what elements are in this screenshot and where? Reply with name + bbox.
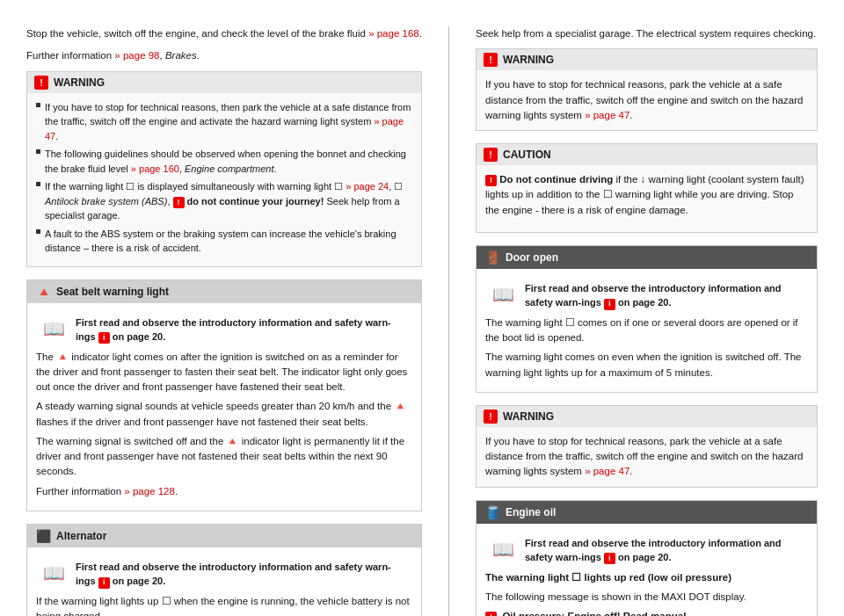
warning-body-1: If you have to stop for technical reason… (27, 93, 421, 266)
left-further-info: Further information » page 98, Brakes. (26, 48, 422, 63)
door-open-icon: 🚪 (485, 250, 500, 265)
alternator-read-info: 📖 First read and observe the introductor… (36, 554, 412, 594)
further-info-link[interactable]: » page 98 (114, 50, 159, 61)
seat-belt-para2: A steady warning signal sounds at vehicl… (36, 399, 412, 430)
bullet-icon (36, 229, 40, 234)
right-warning-icon-2: ! (484, 409, 498, 424)
column-divider (448, 26, 449, 616)
alternator-body: 📖 First read and observe the introductor… (27, 547, 421, 616)
door-open-header: 🚪 Door open (477, 246, 817, 269)
seat-belt-further: Further information » page 128. (36, 484, 412, 499)
caution-box-1: ! CAUTION ! Do not continue driving if t… (476, 143, 818, 233)
alternator-section: ⬛ Alternator 📖 First read and observe th… (26, 524, 422, 616)
warning-box-1: ! WARNING If you have to stop for techni… (26, 71, 422, 267)
caution-body-1: ! Do not continue driving if the ↓ warni… (477, 165, 817, 232)
book-icon-1: 📖 (43, 315, 65, 343)
right-warning-icon-1: ! (484, 53, 498, 67)
door-open-para1: The warning light ☐ comes on if one or s… (485, 315, 808, 346)
right-warning-header-1: ! WARNING (477, 49, 817, 70)
book-icon-4: 📖 (492, 536, 514, 563)
warning-icon-1: ! (34, 76, 48, 90)
engine-oil-body: 📖 First read and observe the introductor… (477, 524, 817, 617)
right-warning-header-2: ! WARNING (477, 406, 817, 427)
brake-fluid-link[interactable]: » page 168 (368, 28, 419, 39)
seat-belt-section: 🔺 Seat belt warning light 📖 First read a… (26, 279, 422, 511)
alternator-label: Alternator (56, 530, 106, 542)
door-open-read-info: 📖 First read and observe the introductor… (485, 276, 808, 315)
seat-belt-label: Seat belt warning light (56, 286, 169, 298)
door-open-section: 🚪 Door open 📖 First read and observe the… (476, 245, 818, 393)
warning-label-1: WARNING (54, 76, 105, 89)
door-open-body: 📖 First read and observe the introductor… (477, 269, 817, 392)
caution-icon-1: ! (484, 148, 498, 162)
seat-belt-para1: The 🔺 indicator light comes on after the… (36, 350, 412, 395)
warning-bullet-1: If you have to stop for technical reason… (36, 100, 412, 144)
engine-oil-label: Engine oil (506, 506, 556, 518)
right-warning-body-1: If you have to stop for technical reason… (477, 70, 817, 130)
caution-header-1: ! CAUTION (477, 144, 817, 165)
engine-oil-para2: The following message is shown in the MA… (485, 590, 808, 605)
engine-oil-header: 🛢️ Engine oil (477, 501, 817, 524)
book-icon-3: 📖 (492, 281, 514, 308)
right-warning-label-2: WARNING (503, 410, 554, 423)
seat-belt-para3: The warning signal is switched off and t… (36, 434, 412, 480)
warning-bullet-2: The following guidelines should be obser… (36, 147, 412, 176)
book-icon-2: 📖 (43, 560, 65, 587)
door-open-para2: The warning light comes on even when the… (485, 350, 808, 380)
seat-belt-body: 📖 First read and observe the introductor… (27, 303, 421, 511)
alternator-icon: ⬛ (36, 529, 51, 543)
warning-header-1: ! WARNING (27, 72, 421, 93)
right-warning-box-1: ! WARNING If you have to stop for techni… (476, 48, 818, 131)
engine-oil-read-info: 📖 First read and observe the introductor… (485, 531, 808, 570)
right-column: Seek help from a specialist garage. The … (476, 26, 818, 616)
bullet-icon (36, 149, 40, 154)
bullet-icon (36, 182, 40, 186)
left-column: Stop the vehicle, switch off the engine,… (26, 26, 422, 616)
alternator-para1: If the warning light lights up ☐ when th… (36, 594, 412, 616)
right-warning-body-2: If you have to stop for technical reason… (477, 427, 817, 487)
warning-bullet-4: A fault to the ABS system or the braking… (36, 227, 412, 256)
engine-oil-icon: 🛢️ (485, 505, 500, 519)
alternator-header: ⬛ Alternator (27, 525, 421, 547)
engine-oil-para3: ! Oil pressure: Engine off! Read manual. (485, 609, 808, 616)
seat-belt-icon: 🔺 (36, 285, 51, 299)
seat-belt-read-info: 📖 First read and observe the introductor… (36, 310, 412, 350)
door-open-label: Door open (506, 251, 558, 264)
caution-label-1: CAUTION (503, 149, 551, 161)
engine-oil-section: 🛢️ Engine oil 📖 First read and observe t… (476, 500, 818, 617)
warning-bullet-3: If the warning light ☐ is displayed simu… (36, 179, 412, 223)
right-intro: Seek help from a specialist garage. The … (476, 26, 818, 41)
right-warning-box-2: ! WARNING If you have to stop for techni… (476, 405, 818, 488)
bullet-icon (36, 103, 40, 107)
left-intro: Stop the vehicle, switch off the engine,… (26, 26, 422, 41)
seat-belt-header: 🔺 Seat belt warning light (27, 280, 421, 303)
right-warning-label-1: WARNING (503, 54, 554, 66)
engine-oil-para1: The warning light ☐ lights up red (low o… (485, 570, 808, 585)
